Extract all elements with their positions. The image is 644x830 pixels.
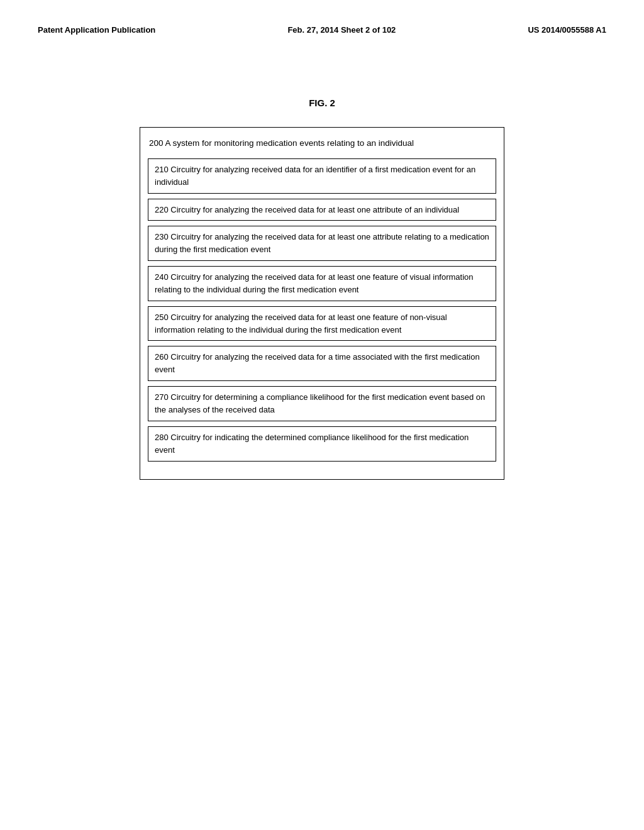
- item-250: 250 Circuitry for analyzing the received…: [148, 306, 496, 341]
- item-220-text: 220 Circuitry for analyzing the received…: [155, 205, 459, 214]
- fig-title: FIG. 2: [38, 97, 606, 108]
- item-240: 240 Circuitry for analyzing the received…: [148, 266, 496, 301]
- header-center: Feb. 27, 2014 Sheet 2 of 102: [287, 25, 396, 35]
- inner-boxes-container: 210 Circuitry for analyzing received dat…: [148, 158, 496, 462]
- item-280-text: 280 Circuitry for indicating the determi…: [155, 433, 469, 455]
- item-270: 270 Circuitry for determining a complian…: [148, 386, 496, 421]
- item-230: 230 Circuitry for analyzing the received…: [148, 226, 496, 261]
- page-header: Patent Application Publication Feb. 27, …: [38, 25, 606, 47]
- outer-box-label: 200 A system for monitoring medication e…: [148, 135, 496, 152]
- item-270-text: 270 Circuitry for determining a complian…: [155, 392, 485, 414]
- item-210-text: 210 Circuitry for analyzing received dat…: [155, 165, 475, 187]
- header-right: US 2014/0055588 A1: [528, 25, 606, 35]
- item-210: 210 Circuitry for analyzing received dat…: [148, 158, 496, 194]
- item-250-text: 250 Circuitry for analyzing the received…: [155, 313, 447, 335]
- item-280: 280 Circuitry for indicating the determi…: [148, 426, 496, 462]
- item-230-text: 230 Circuitry for analyzing the received…: [155, 232, 489, 254]
- item-240-text: 240 Circuitry for analyzing the received…: [155, 272, 474, 294]
- outer-box-200: 200 A system for monitoring medication e…: [140, 127, 504, 480]
- page: Patent Application Publication Feb. 27, …: [0, 0, 644, 830]
- item-220: 220 Circuitry for analyzing the received…: [148, 199, 496, 221]
- item-260: 260 Circuitry for analyzing the received…: [148, 346, 496, 381]
- header-left: Patent Application Publication: [38, 25, 155, 35]
- item-260-text: 260 Circuitry for analyzing the received…: [155, 352, 480, 374]
